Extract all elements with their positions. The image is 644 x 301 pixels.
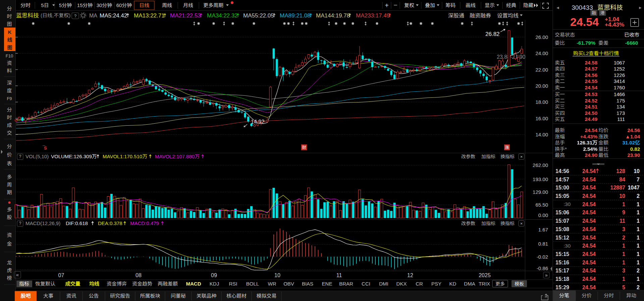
svg-text:虎: 虎 — [7, 266, 12, 273]
svg-text:22.00: 22.00 — [535, 66, 548, 73]
svg-text:14:56: 14:56 — [555, 167, 569, 175]
svg-text:最高: 最高 — [555, 151, 565, 158]
svg-text:1: 1 — [622, 241, 625, 249]
svg-text:MACD(12,26,9): MACD(12,26,9) — [25, 219, 60, 226]
svg-text:15:06: 15:06 — [555, 208, 569, 216]
svg-text:15:17: 15:17 — [555, 266, 569, 274]
svg-text:OBV: OBV — [283, 280, 294, 287]
svg-text:VOLUME:126.309万: VOLUME:126.309万 — [51, 153, 97, 160]
svg-text:设置均线: 设置均线 — [497, 11, 519, 19]
svg-text:分: 分 — [7, 106, 12, 113]
svg-text:深: 深 — [7, 79, 12, 86]
svg-text:时: 时 — [7, 114, 12, 121]
svg-text:24.54: 24.54 — [582, 183, 596, 191]
svg-text:3: 3 — [622, 266, 625, 274]
svg-text:资讯: 资讯 — [66, 292, 76, 299]
svg-text:F9: F9 — [7, 95, 12, 101]
svg-text:度: 度 — [7, 87, 12, 94]
svg-text:K: K — [8, 28, 12, 35]
svg-text:1: 1 — [622, 200, 625, 208]
svg-text:MA5:24.42: MA5:24.42 — [100, 11, 127, 19]
svg-text:1.67: 1.67 — [538, 226, 548, 233]
svg-text:图: 图 — [7, 20, 12, 27]
svg-text:24.54: 24.54 — [582, 283, 596, 291]
svg-text:1: 1 — [637, 274, 640, 283]
svg-text:«: « — [16, 271, 19, 278]
svg-text:公告: 公告 — [89, 292, 99, 299]
svg-text:128: 128 — [616, 167, 625, 175]
svg-text:60分钟: 60分钟 — [116, 1, 132, 8]
svg-text:所属板块: 所属板块 — [140, 292, 160, 299]
svg-text:24.54: 24.54 — [582, 216, 596, 224]
svg-text:资: 资 — [7, 231, 12, 238]
svg-text:20.00: 20.00 — [535, 82, 548, 89]
svg-text:模板: 模板 — [515, 280, 524, 287]
svg-text:购买L2查看十档行情: 购买L2查看十档行情 — [573, 49, 619, 56]
svg-text:193.00: 193.00 — [533, 175, 548, 182]
svg-text:分价: 分价 — [582, 292, 592, 299]
svg-text:买五: 买五 — [555, 115, 565, 122]
svg-text:24.54: 24.54 — [582, 274, 596, 283]
svg-text:0.81: 0.81 — [538, 240, 548, 247]
svg-text:►: ► — [638, 4, 642, 10]
svg-text:1047: 1047 — [628, 183, 640, 191]
svg-text:24.54: 24.54 — [582, 266, 596, 274]
svg-text:3: 3 — [622, 225, 625, 233]
svg-text:24.54: 24.54 — [585, 84, 597, 91]
svg-text:股吧: 股吧 — [20, 292, 31, 299]
svg-text:24.54: 24.54 — [582, 258, 596, 266]
svg-text:08: 08 — [136, 271, 142, 279]
svg-text:PSY: PSY — [431, 280, 441, 287]
svg-text:262.00: 262.00 — [533, 161, 548, 168]
svg-text:资: 资 — [7, 59, 12, 66]
svg-text:WR: WR — [268, 280, 276, 287]
svg-text:24.54: 24.54 — [582, 250, 596, 258]
svg-text:财: 财 — [302, 144, 306, 150]
svg-text:已收市: 已收市 — [624, 31, 639, 38]
svg-text:CR: CR — [416, 280, 423, 287]
svg-text:24.90: 24.90 — [585, 151, 597, 158]
svg-text:港: 港 — [600, 9, 604, 16]
svg-text:1: 1 — [637, 241, 640, 249]
svg-text:关联品种: 关联品种 — [196, 292, 216, 299]
svg-text:1: 1 — [622, 258, 625, 266]
svg-text:成: 成 — [7, 121, 12, 128]
svg-text:14.92: 14.92 — [251, 117, 264, 125]
svg-text:资金博弈: 资金博弈 — [107, 280, 127, 287]
svg-text:分笔: 分笔 — [559, 292, 569, 299]
svg-text:×: × — [520, 220, 523, 226]
svg-text:加指标: 加指标 — [481, 220, 495, 226]
svg-text:改参数: 改参数 — [461, 153, 475, 160]
svg-text:07: 07 — [58, 271, 64, 279]
svg-text:改参数: 改参数 — [461, 220, 475, 226]
svg-text:金: 金 — [7, 240, 12, 247]
svg-text:15分钟: 15分钟 — [77, 1, 93, 8]
svg-text:−: − — [393, 0, 397, 9]
svg-text:多: 多 — [7, 206, 12, 213]
svg-text:26.82: 26.82 — [485, 29, 500, 38]
svg-text:1760: 1760 — [614, 84, 625, 91]
svg-text:MA21:22.53: MA21:22.53 — [170, 11, 201, 19]
svg-text:DKX: DKX — [396, 280, 407, 287]
svg-text:2: 2 — [622, 233, 625, 241]
svg-text:1: 1 — [622, 274, 625, 283]
svg-text:»: » — [545, 271, 548, 278]
svg-text:时: 时 — [7, 12, 12, 19]
svg-text:18.00: 18.00 — [535, 98, 548, 105]
svg-text:1: 1 — [637, 250, 640, 258]
svg-text:异动: 异动 — [626, 292, 636, 299]
svg-text:显示: 显示 — [485, 1, 495, 8]
svg-text:复权: 复权 — [404, 1, 414, 8]
svg-text:MA34:22.32: MA34:22.32 — [207, 11, 238, 19]
svg-text:BOLL: BOLL — [246, 280, 259, 287]
svg-text:(日线,不复权): (日线,不复权) — [41, 11, 70, 18]
svg-text:9: 9 — [622, 208, 625, 216]
svg-text:多: 多 — [7, 173, 12, 180]
svg-text:10: 10 — [634, 167, 640, 175]
svg-text:指标: 指标 — [19, 280, 29, 287]
svg-text:24.54: 24.54 — [582, 208, 596, 216]
svg-text:隐藏: 隐藏 — [523, 1, 533, 8]
svg-text:7: 7 — [637, 175, 640, 183]
svg-text:交易状态: 交易状态 — [555, 31, 575, 38]
svg-text:12: 12 — [407, 271, 413, 279]
